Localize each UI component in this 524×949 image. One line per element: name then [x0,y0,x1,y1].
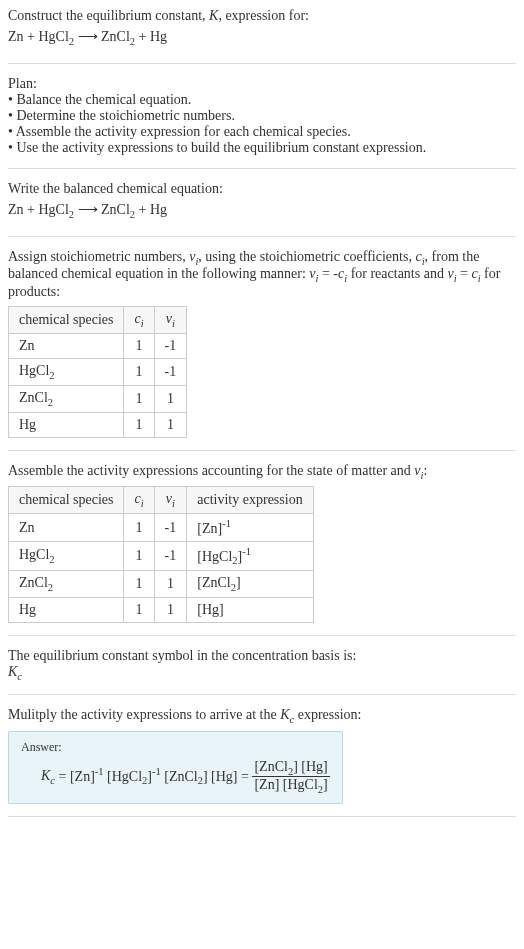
cell: 1 [154,412,187,437]
col-header: νi [154,307,187,334]
stoich-table: chemical species ci νi Zn 1 -1 HgCl2 1 -… [8,306,187,437]
final-line: Mulitply the activity expressions to arr… [8,707,516,725]
table-row: Hg 1 1 [9,412,187,437]
cell: 1 [124,385,154,412]
cell: Hg [9,598,124,623]
cell: 1 [124,571,154,598]
plan-bullet: • Balance the chemical equation. [8,92,516,108]
plan-header: Plan: [8,76,516,92]
cell: 1 [124,358,154,385]
plan-bullet: • Assemble the activity expression for e… [8,124,516,140]
col-header: activity expression [187,487,313,514]
balanced-header: Write the balanced chemical equation: [8,181,516,197]
col-header: ci [124,307,154,334]
cell: 1 [124,598,154,623]
cell: Zn [9,333,124,358]
final-section: Mulitply the activity expressions to arr… [8,707,516,817]
cell: 1 [154,385,187,412]
table-row: Zn 1 -1 [9,333,187,358]
table-row: HgCl2 1 -1 [9,358,187,385]
activity-intro: Assemble the activity expressions accoun… [8,463,516,481]
col-header: νi [154,487,187,514]
cell: -1 [154,514,187,542]
cell: [Zn]-1 [187,514,313,542]
intro-equation: Zn + HgCl2 ⟶ ZnCl2 + Hg [8,28,516,47]
table-row: ZnCl2 1 1 [9,385,187,412]
table-row: Hg 1 1 [Hg] [9,598,314,623]
balanced-equation: Zn + HgCl2 ⟶ ZnCl2 + Hg [8,201,516,220]
symbol-line: The equilibrium constant symbol in the c… [8,648,516,664]
cell: 1 [154,598,187,623]
answer-box: Answer: Kc = [Zn]-1 [HgCl2]-1 [ZnCl2] [H… [8,731,343,805]
table-row: ZnCl2 1 1 [ZnCl2] [9,571,314,598]
cell: Zn [9,514,124,542]
cell: 1 [154,571,187,598]
symbol-section: The equilibrium constant symbol in the c… [8,648,516,695]
activity-table: chemical species ci νi activity expressi… [8,486,314,623]
cell: [ZnCl2] [187,571,313,598]
intro-line: Construct the equilibrium constant, K, e… [8,8,516,24]
cell: -1 [154,541,187,570]
cell: HgCl2 [9,358,124,385]
cell: 1 [124,514,154,542]
table-row: Zn 1 -1 [Zn]-1 [9,514,314,542]
col-header: chemical species [9,307,124,334]
stoich-intro: Assign stoichiometric numbers, νi, using… [8,249,516,301]
plan-section: Plan: • Balance the chemical equation. •… [8,76,516,169]
activity-section: Assemble the activity expressions accoun… [8,463,516,637]
cell: -1 [154,358,187,385]
table-row: HgCl2 1 -1 [HgCl2]-1 [9,541,314,570]
cell: HgCl2 [9,541,124,570]
cell: ZnCl2 [9,385,124,412]
cell: [Hg] [187,598,313,623]
plan-bullet: • Use the activity expressions to build … [8,140,516,156]
cell: 1 [124,333,154,358]
symbol-k: Kc [8,664,516,682]
cell: 1 [124,412,154,437]
answer-label: Answer: [21,740,330,755]
col-header: ci [124,487,154,514]
cell: 1 [124,541,154,570]
cell: -1 [154,333,187,358]
balanced-section: Write the balanced chemical equation: Zn… [8,181,516,237]
cell: Hg [9,412,124,437]
cell: ZnCl2 [9,571,124,598]
col-header: chemical species [9,487,124,514]
answer-expression: Kc = [Zn]-1 [HgCl2]-1 [ZnCl2] [Hg] = [Zn… [41,759,330,796]
stoich-section: Assign stoichiometric numbers, νi, using… [8,249,516,451]
cell: [HgCl2]-1 [187,541,313,570]
intro-section: Construct the equilibrium constant, K, e… [8,8,516,64]
plan-bullet: • Determine the stoichiometric numbers. [8,108,516,124]
